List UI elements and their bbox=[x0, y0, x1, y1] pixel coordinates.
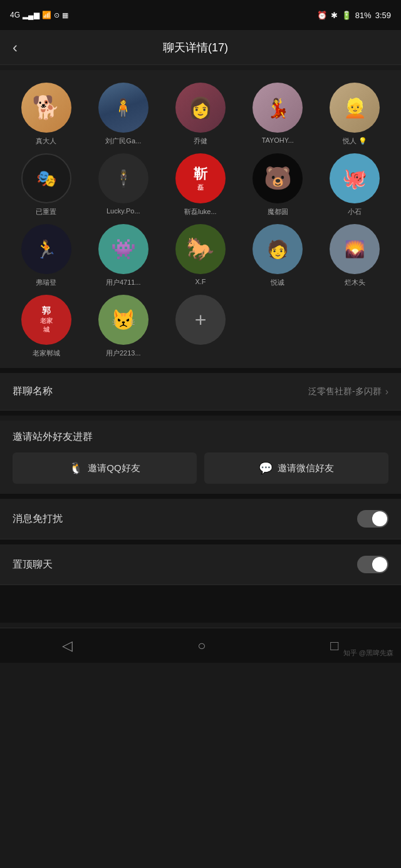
pin-label: 置顶聊天 bbox=[13, 558, 53, 571]
invite-section: 邀请站外好友进群 🐧 邀请QQ好友 💬 邀请微信好友 bbox=[0, 421, 401, 494]
members-section: 🐕 真大人 🧍 刘广民Ga... 👩 乔健 💃 TAYOHY... bbox=[0, 70, 401, 368]
page-title: 聊天详情(17) bbox=[28, 40, 363, 55]
avatar-user4711[interactable]: 👾 bbox=[98, 224, 148, 274]
bottom-nav: ◁ ○ □ 知乎 @黑啤先森 bbox=[0, 628, 401, 663]
clock: 3:59 bbox=[375, 11, 391, 20]
member-name: X.F bbox=[195, 278, 206, 285]
battery-percent: 81% bbox=[355, 11, 372, 20]
status-right: ⏰ ✱ 🔋 81% 3:59 bbox=[317, 11, 391, 20]
member-item[interactable]: 靳 磊 靳磊luke... bbox=[164, 153, 236, 217]
member-name: 刘广民Ga... bbox=[105, 136, 141, 146]
invite-title: 邀请站外好友进群 bbox=[13, 431, 388, 444]
avatar-user2213[interactable]: 😾 bbox=[98, 295, 148, 345]
member-item[interactable]: 👱 悦人 💡 bbox=[319, 83, 391, 146]
member-item[interactable]: 🌄 烂木头 bbox=[319, 224, 391, 287]
avatar-yueren[interactable]: 👱 bbox=[330, 83, 380, 133]
avatar-tayohy[interactable]: 💃 bbox=[253, 83, 303, 133]
member-name: 小石 bbox=[348, 207, 362, 217]
avatar-yizhongzhi[interactable]: 🎭 bbox=[21, 153, 71, 203]
member-item[interactable]: 郭 老家 城 老家郸城 bbox=[10, 295, 82, 358]
avatar-jinluo[interactable]: 靳 磊 bbox=[175, 153, 226, 203]
member-item[interactable]: 👩 乔健 bbox=[164, 83, 236, 146]
member-name: 用户4711... bbox=[106, 278, 141, 287]
member-name: 用户2213... bbox=[106, 349, 141, 358]
chevron-right-icon: › bbox=[385, 386, 388, 397]
add-icon[interactable]: + bbox=[175, 295, 226, 345]
status-bar: 4G ▂▄▆ 📶 ⊙ ▦ ⏰ ✱ 🔋 81% 3:59 bbox=[0, 0, 401, 30]
divider-5 bbox=[0, 585, 401, 623]
back-nav-button[interactable]: ◁ bbox=[49, 633, 85, 659]
alarm-icon: ⏰ bbox=[317, 11, 327, 20]
member-item[interactable]: 😾 用户2213... bbox=[87, 295, 159, 358]
member-name: Lucky.Po... bbox=[107, 207, 140, 215]
signal-text: 4G bbox=[10, 11, 20, 19]
avatar-laojiadancheng[interactable]: 郭 老家 城 bbox=[21, 295, 71, 345]
member-name: 悦人 💡 bbox=[343, 136, 367, 146]
avatar-fruiden[interactable]: 🏃 bbox=[21, 224, 71, 274]
signal-bars: ▂▄▆ bbox=[23, 11, 39, 19]
back-button[interactable]: ‹ bbox=[13, 39, 18, 56]
invite-wechat-label: 邀请微信好友 bbox=[278, 462, 334, 474]
member-name: 乔健 bbox=[194, 136, 207, 146]
member-name: 靳磊luke... bbox=[184, 207, 216, 217]
watermark: 知乎 @黑啤先森 bbox=[343, 648, 393, 658]
member-name: 悦诚 bbox=[271, 278, 284, 287]
avatar-lucky[interactable]: 🕴 bbox=[98, 153, 148, 203]
member-item[interactable]: 🕴 Lucky.Po... bbox=[87, 153, 159, 217]
settings-section: 群聊名称 泛零售社群-多闪群 › bbox=[0, 373, 401, 411]
member-item[interactable]: 🧑 悦诚 bbox=[242, 224, 314, 287]
divider-4 bbox=[0, 539, 401, 544]
header: ‹ 聊天详情(17) bbox=[0, 30, 401, 65]
avatar-moduyuan[interactable]: 🐻 bbox=[253, 153, 303, 203]
member-name: 烂木头 bbox=[345, 278, 365, 287]
divider-1 bbox=[0, 368, 401, 373]
tiktok-status-icon: ⊙ bbox=[54, 11, 60, 19]
member-name: TAYOHY... bbox=[262, 136, 294, 144]
pin-row[interactable]: 置顶聊天 bbox=[0, 544, 401, 585]
add-member-button[interactable]: + + bbox=[164, 295, 236, 358]
avatar-xiaoshi[interactable]: 🐙 bbox=[330, 153, 380, 203]
member-item[interactable]: 🏃 弗瑞登 bbox=[10, 224, 82, 287]
member-item[interactable]: 🐕 真大人 bbox=[10, 83, 82, 146]
divider-2 bbox=[0, 411, 401, 416]
wifi-icon: 📶 bbox=[42, 11, 51, 19]
group-name-label: 群聊名称 bbox=[13, 385, 53, 398]
invite-qq-button[interactable]: 🐧 邀请QQ好友 bbox=[13, 452, 197, 484]
app-icon-status: ▦ bbox=[62, 11, 68, 19]
avatar-qiaojian[interactable]: 👩 bbox=[175, 83, 226, 133]
group-name-row[interactable]: 群聊名称 泛零售社群-多闪群 › bbox=[0, 373, 401, 411]
group-name-value-container: 泛零售社群-多闪群 › bbox=[308, 386, 388, 397]
member-name: 老家郸城 bbox=[33, 349, 60, 358]
group-name-value: 泛零售社群-多闪群 bbox=[308, 386, 382, 397]
avatar-zhendaren[interactable]: 🐕 bbox=[21, 83, 71, 133]
status-left: 4G ▂▄▆ 📶 ⊙ ▦ bbox=[10, 11, 68, 19]
avatar-liuguangmin[interactable]: 🧍 bbox=[98, 83, 148, 133]
member-item[interactable]: 🐻 魔都圆 bbox=[242, 153, 314, 217]
member-name: 魔都圆 bbox=[268, 207, 288, 217]
member-item[interactable]: 👾 用户4711... bbox=[87, 224, 159, 287]
mute-toggle[interactable] bbox=[357, 510, 388, 528]
pin-section: 置顶聊天 bbox=[0, 544, 401, 585]
mute-label: 消息免打扰 bbox=[13, 513, 63, 526]
home-nav-button[interactable]: ○ bbox=[185, 633, 218, 659]
members-grid: 🐕 真大人 🧍 刘广民Ga... 👩 乔健 💃 TAYOHY... bbox=[10, 83, 391, 358]
member-item[interactable]: 🎭 已重置 bbox=[10, 153, 82, 217]
avatar-xf[interactable]: 🐎 bbox=[175, 224, 226, 274]
qq-icon: 🐧 bbox=[69, 461, 83, 475]
bluetooth-icon: ✱ bbox=[331, 11, 338, 20]
member-name: 已重置 bbox=[36, 207, 56, 217]
avatar-lanmutou[interactable]: 🌄 bbox=[330, 224, 380, 274]
invite-buttons: 🐧 邀请QQ好友 💬 邀请微信好友 bbox=[13, 452, 388, 484]
member-item[interactable]: 🐙 小石 bbox=[319, 153, 391, 217]
member-name: 真大人 bbox=[36, 136, 56, 146]
invite-qq-label: 邀请QQ好友 bbox=[88, 462, 140, 474]
wechat-icon: 💬 bbox=[259, 461, 273, 475]
member-item[interactable]: 🐎 X.F bbox=[164, 224, 236, 287]
mute-row[interactable]: 消息免打扰 bbox=[0, 499, 401, 539]
plus-sign: + bbox=[195, 309, 207, 332]
avatar-yuecheng[interactable]: 🧑 bbox=[253, 224, 303, 274]
member-item[interactable]: 🧍 刘广民Ga... bbox=[87, 83, 159, 146]
pin-toggle[interactable] bbox=[357, 556, 388, 573]
member-item[interactable]: 💃 TAYOHY... bbox=[242, 83, 314, 146]
invite-wechat-button[interactable]: 💬 邀请微信好友 bbox=[204, 452, 388, 484]
